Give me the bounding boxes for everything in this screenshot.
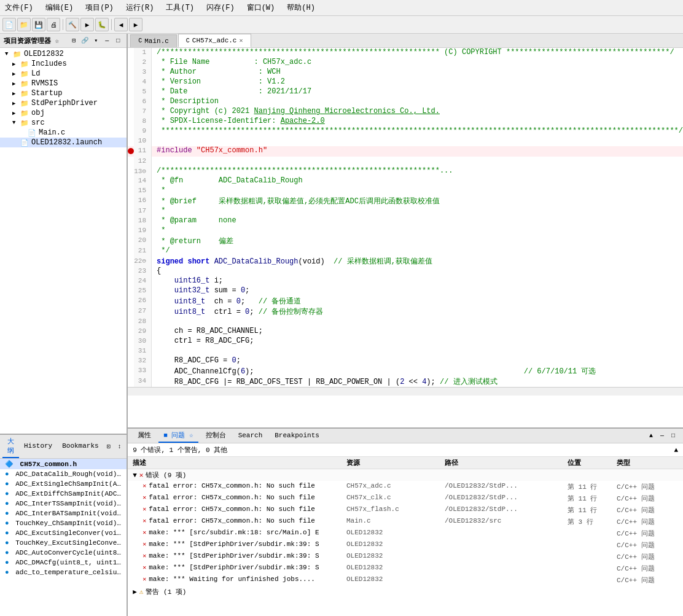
outline-action-2[interactable]: ↕ [115,442,125,451]
code-line-28[interactable] [152,317,683,327]
tab-bookmarks[interactable]: Bookmarks [57,440,103,453]
code-line-3[interactable]: * Author : WCH [152,68,683,77]
code-line-2[interactable]: * File Name : CH57x_adc.c [152,58,683,68]
code-line-33[interactable]: ADC_ChannelCfg(6); // 6/7/10/11 可选 [152,366,683,376]
adc-tab-close[interactable]: ✕ [239,37,243,44]
tree-startup[interactable]: ▶ 📁 Startup [0,88,127,98]
code-line-1[interactable]: /***************************************… [152,48,683,58]
tree-launch[interactable]: 📄 OLED12832.launch [0,138,127,147]
code-line-15[interactable]: * [152,186,683,196]
toolbar-new[interactable]: 📄 [2,18,16,31]
explorer-link-icon[interactable]: 🔗 [80,36,90,45]
problems-close-icon[interactable]: □ [668,431,678,441]
outline-item-7[interactable]: ● TouchKey_ExcutSingleConver(uint8_t, ui… [0,538,127,548]
menu-flash[interactable]: 闪存(F) [204,1,237,14]
tree-startup-arrow[interactable]: ▶ [12,90,20,97]
code-line-32[interactable]: R8_ADC_CFG = 0; [152,356,683,366]
code-line-34[interactable]: R8_ADC_CFG |= RB_ADC_OFS_TEST | RB_ADC_P… [152,376,683,387]
list-item[interactable]: ✕fatal error: CH57x_common.h: No such fi… [128,481,683,493]
code-line-21[interactable]: */ [152,246,683,256]
problems-min-icon[interactable]: ▲ [646,431,656,441]
code-line-20[interactable]: * @return 偏差 [152,236,683,246]
outline-item-0[interactable]: ● ADC_DataCalib_Rough(void) : signed sho… [0,469,127,479]
tree-stdperiph-arrow[interactable]: ▶ [12,100,20,107]
menu-project[interactable]: 项目(P) [83,1,116,14]
tree-includes-arrow[interactable]: ▶ [12,61,20,68]
code-line-8[interactable]: * SPDX-License-Identifier: Apache-2.0 [152,117,683,127]
tab-console[interactable]: 控制台 [201,429,231,443]
tree-rvmsis[interactable]: ▶ 📁 RVMSIS [0,79,127,88]
list-item[interactable]: ✕fatal error: CH57x_common.h: No such fi… [128,516,683,528]
error-group-header[interactable]: ▼ ✕ 错误 (9 项) [128,469,683,481]
tree-obj[interactable]: ▶ 📁 obj [0,108,127,118]
toolbar-debug[interactable]: 🐛 [95,18,109,31]
menu-window[interactable]: 窗口(W) [244,1,278,14]
code-line-16[interactable]: * @brief 采样数据粗调,获取偏差值,必须先配置ADC后调用此函数获取校准… [152,196,683,206]
tab-history[interactable]: History [19,440,57,453]
outline-item-9[interactable]: ● ADC_DMACfg(uint8_t, uint16_t, uint16_t… [0,558,127,567]
list-item[interactable]: ✕make: *** [StdPeriphDriver/subdir.mk:39… [128,563,683,574]
code-line-31[interactable] [152,346,683,356]
outline-item-8[interactable]: ● ADC_AutoConverCycle(uint8_t) : void [0,548,127,558]
code-line-5[interactable]: * Date : 2021/11/17 [152,87,683,97]
tab-mainc[interactable]: C Main.c [130,34,177,47]
code-line-12[interactable] [152,157,683,166]
code-line-11[interactable]: #include "CH57x_common.h" [152,146,683,157]
outline-item-header[interactable]: 🔷 CH57x_common.h [0,459,127,469]
list-item[interactable]: ✕make: *** [StdPeriphDriver/subdir.mk:39… [128,539,683,551]
tree-root[interactable]: ▼ 📁 OLED12832 [0,49,127,59]
list-item[interactable]: ✕fatal error: CH57x_common.h: No such fi… [128,504,683,516]
explorer-min-icon[interactable]: — [102,36,112,45]
problems-max-icon[interactable]: — [657,431,667,441]
code-line-4[interactable]: * Version : V1.2 [152,77,683,87]
tree-stdperiphdriver[interactable]: ▶ 📁 StdPeriphDriver [0,98,127,108]
code-line-7[interactable]: * Copyright (c) 2021 Nanjing Qinheng Mic… [152,107,683,117]
tree-src-arrow[interactable]: ▼ [12,120,20,126]
code-line-23[interactable]: { [152,267,683,276]
horizontal-scrollbar[interactable] [128,387,683,396]
menu-help[interactable]: 帮助(H) [284,1,318,14]
warn-group-arrow[interactable]: ▶ [133,588,137,596]
outline-item-10[interactable]: ● adc_to_temperature_celsius(uint16_t) :… [0,567,127,577]
list-item[interactable]: ✕fatal error: CH57x_common.h: No such fi… [128,493,683,504]
tree-ld[interactable]: ▶ 📁 Ld [0,69,127,79]
code-line-25[interactable]: uint32_t sum = 0; [152,286,683,296]
outline-action-1[interactable]: ⊡ [104,442,114,451]
toolbar-open[interactable]: 📁 [17,18,31,31]
code-line-18[interactable]: * @param none [152,216,683,226]
code-line-14[interactable]: * @fn ADC_DataCalib_Rough [152,176,683,186]
toolbar-back[interactable]: ◀ [114,18,128,31]
outline-item-3[interactable]: ● ADC_InterTSSampInit(void) : void [0,499,127,509]
code-line-10[interactable] [152,136,683,146]
code-line-26[interactable]: uint8_t ch = 0; // 备份通道 [152,296,683,306]
tab-search[interactable]: Search [233,430,268,442]
warning-group-header[interactable]: ▶ ⚠ 警告 (1 项) [128,586,683,598]
menu-edit[interactable]: 编辑(E) [43,1,76,14]
tab-adc[interactable]: C CH57x_adc.c ✕ [178,34,251,47]
outline-item-4[interactable]: ● ADC_InterBATSampInit(void) : void [0,509,127,518]
breakpoint-col-11[interactable] [128,146,134,157]
outline-item-5[interactable]: ● TouchKey_ChSampInit(void) : void [0,518,127,528]
toolbar-print[interactable]: 🖨 [47,18,60,31]
code-line-17[interactable]: * [152,206,683,216]
code-line-27[interactable]: uint8_t ctrl = 0; // 备份控制寄存器 [152,306,683,317]
menu-file[interactable]: 文件(F) [2,1,36,14]
toolbar-save[interactable]: 💾 [32,18,45,31]
code-line-19[interactable]: * [152,226,683,236]
explorer-max-icon[interactable]: □ [113,36,123,45]
tree-root-arrow[interactable]: ▼ [5,51,12,57]
tree-mainc[interactable]: 📄 Main.c [0,128,127,138]
tree-src[interactable]: ▼ 📁 src [0,118,127,128]
toolbar-build[interactable]: 🔨 [66,18,79,31]
list-item[interactable]: ✕make: *** [src/subdir.mk:18: src/Main.o… [128,528,683,539]
toolbar-run[interactable]: ▶ [80,18,94,31]
code-editor[interactable]: 1 /*************************************… [128,48,683,427]
tab-outline[interactable]: 大纲 [2,435,19,458]
menu-run[interactable]: 运行(R) [123,1,157,14]
list-item[interactable]: ✕make: *** [StdPeriphDriver/subdir.mk:39… [128,551,683,563]
list-item[interactable]: ✕make: *** Waiting for unfinished jobs..… [128,574,683,586]
tree-obj-arrow[interactable]: ▶ [12,110,20,117]
code-line-6[interactable]: * Description [152,97,683,107]
code-line-22[interactable]: signed short ADC_DataCalib_Rough(void) /… [152,256,683,267]
summary-collapse-icon[interactable]: ▲ [674,446,678,454]
